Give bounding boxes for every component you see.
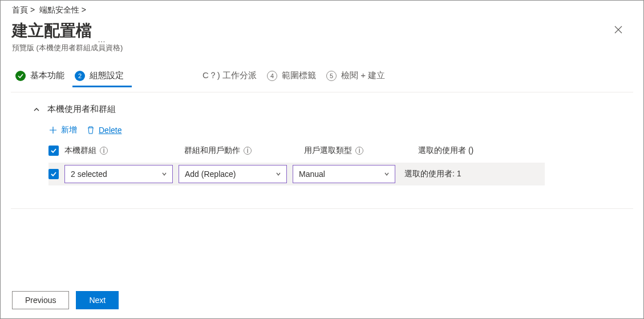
add-label: 新增 bbox=[61, 125, 77, 135]
section-local-users-groups[interactable]: 本機使用者和群組 bbox=[33, 104, 622, 115]
trash-icon bbox=[86, 126, 95, 135]
previous-button[interactable]: Previous bbox=[12, 291, 69, 309]
footer: Previous Next bbox=[12, 291, 119, 309]
column-headers: 本機群組 i 群組和用戶動作 i 用戶選取類型 i 選取的使用者 () bbox=[48, 146, 622, 156]
step-basics[interactable]: 基本功能 bbox=[13, 67, 72, 87]
user-selection-type-select[interactable]: Manual bbox=[293, 165, 395, 183]
info-icon[interactable]: i bbox=[100, 147, 108, 155]
step-number-icon: 2 bbox=[75, 71, 85, 81]
group-action-value: Add (Replace) bbox=[185, 169, 236, 179]
chevron-down-icon bbox=[275, 171, 282, 177]
local-group-value: 2 selected bbox=[71, 169, 107, 179]
step-config-label: 組態設定 bbox=[90, 70, 124, 81]
section-title: 本機使用者和群組 bbox=[47, 104, 116, 115]
table-row: 2 selected Add (Replace) Manual 選取的使用者: … bbox=[48, 163, 545, 185]
local-group-select[interactable]: 2 selected bbox=[64, 165, 173, 183]
user-selection-type-value: Manual bbox=[299, 169, 325, 179]
select-all-checkbox[interactable] bbox=[48, 146, 59, 156]
step-basics-label: 基本功能 bbox=[30, 70, 64, 81]
step-config[interactable]: 2 組態設定 bbox=[72, 67, 132, 87]
check-icon bbox=[15, 71, 26, 81]
row-checkbox[interactable] bbox=[48, 169, 59, 179]
next-button[interactable]: Next bbox=[76, 291, 119, 309]
delete-label: Delete bbox=[99, 126, 121, 135]
col-user-selection-type: 用戶選取類型 bbox=[304, 146, 352, 156]
breadcrumb-home[interactable]: 首頁 > bbox=[12, 5, 35, 14]
add-button[interactable]: 新增 bbox=[48, 125, 77, 135]
step-assignments-label: C？) 工作分派 bbox=[202, 70, 257, 81]
info-icon[interactable]: i bbox=[355, 147, 363, 155]
chevron-down-icon bbox=[161, 171, 168, 177]
divider bbox=[11, 208, 633, 209]
chevron-up-icon bbox=[33, 106, 40, 114]
selected-users-result: 選取的使用者: 1 bbox=[401, 169, 461, 179]
step-number-icon: 5 bbox=[326, 71, 337, 81]
delete-button[interactable]: Delete bbox=[86, 126, 121, 135]
step-scope-tags[interactable]: 4 範圍標籤 bbox=[265, 67, 324, 87]
step-review-create[interactable]: 5 檢閱 + 建立 bbox=[324, 67, 393, 87]
chevron-down-icon bbox=[383, 171, 390, 177]
group-action-select[interactable]: Add (Replace) bbox=[179, 165, 287, 183]
info-icon[interactable]: i bbox=[244, 147, 252, 155]
breadcrumb[interactable]: 首頁 > 端點安全性 > bbox=[1, 1, 643, 18]
col-selected-users: 選取的使用者 () bbox=[418, 146, 473, 156]
step-number-icon: 4 bbox=[267, 71, 277, 81]
col-local-group: 本機群組 bbox=[64, 146, 96, 156]
step-assignments[interactable]: C？) 工作分派 bbox=[200, 67, 265, 87]
col-group-user-action: 群組和用戶動作 bbox=[184, 146, 240, 156]
step-scope-tags-label: 範圍標籤 bbox=[282, 70, 316, 81]
breadcrumb-endpoint[interactable]: 端點安全性 > bbox=[39, 5, 86, 14]
page-title: 建立配置檔 bbox=[12, 20, 92, 42]
close-icon[interactable] bbox=[609, 23, 627, 39]
more-dots-icon[interactable]: … bbox=[98, 35, 107, 44]
plus-icon bbox=[48, 126, 58, 135]
stepper: 基本功能 2 組態設定 C？) 工作分派 4 範圍標籤 5 檢閱 + 建立 bbox=[1, 67, 643, 87]
step-review-create-label: 檢閱 + 建立 bbox=[341, 70, 385, 81]
